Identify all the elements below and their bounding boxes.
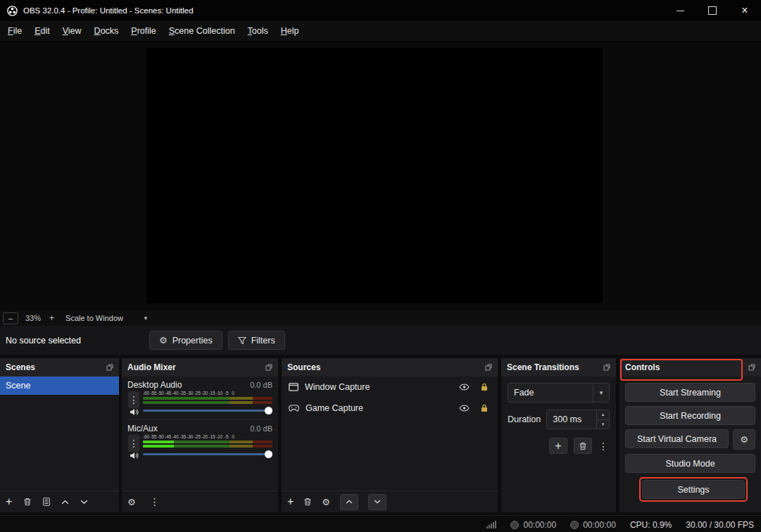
network-signal-icon: [486, 521, 496, 528]
scenes-toolbar: +: [0, 490, 119, 512]
menu-docks[interactable]: Docks: [88, 23, 125, 39]
maximize-button[interactable]: [696, 0, 729, 21]
close-icon: ×: [741, 5, 748, 16]
slider-track: [143, 453, 271, 455]
duration-spinbox[interactable]: 300 ms ▲ ▼: [546, 410, 610, 429]
speaker-mute-toggle-icon[interactable]: [130, 408, 139, 416]
settings-button[interactable]: Settings: [642, 480, 745, 499]
move-scene-up-button[interactable]: [61, 500, 69, 505]
lock-icon[interactable]: [481, 383, 488, 391]
source-label: Game Capture: [306, 403, 363, 413]
virtual-camera-settings-button[interactable]: ⚙: [733, 429, 755, 450]
menu-profile[interactable]: Profile: [125, 23, 162, 39]
filters-label: Filters: [251, 336, 275, 346]
duration-value: 300 ms: [547, 414, 596, 424]
chevron-down-icon[interactable]: ▼: [143, 315, 149, 322]
slider-knob[interactable]: [265, 450, 272, 458]
dots-vertical-icon: ⋮: [598, 441, 608, 451]
annotation-settings-highlight: Settings: [639, 477, 748, 502]
slider-knob[interactable]: [265, 407, 272, 414]
source-row-window-capture[interactable]: Window Capture: [282, 376, 498, 398]
visibility-eye-icon[interactable]: [459, 384, 470, 391]
scene-filters-button[interactable]: [43, 498, 50, 506]
menu-scene-collection[interactable]: Scene Collection: [163, 23, 241, 39]
minimize-button[interactable]: [664, 0, 696, 21]
gear-icon: ⚙: [159, 336, 168, 345]
scenes-list: Scene: [0, 376, 119, 490]
chevron-up-icon: [346, 500, 353, 504]
start-recording-button[interactable]: Start Recording: [625, 406, 755, 425]
move-scene-down-button[interactable]: [80, 500, 88, 505]
spin-up-button[interactable]: ▲: [597, 410, 609, 420]
source-properties-button[interactable]: ⚙: [322, 498, 330, 507]
chevron-down-icon[interactable]: ▼: [593, 384, 609, 402]
preview-zoom-bar: – 33% + Scale to Window ▼: [0, 310, 761, 326]
menu-tools[interactable]: Tools: [241, 23, 275, 39]
speaker-mute-toggle-icon[interactable]: [130, 452, 139, 460]
dock-popout-icon[interactable]: [603, 364, 610, 371]
cpu-usage: CPU: 0.9%: [630, 520, 672, 530]
channel-menu-button[interactable]: ⋮: [128, 435, 139, 452]
chevron-down-icon: [374, 500, 381, 504]
menu-file[interactable]: File: [1, 23, 28, 39]
streaming-time: 00:00:00: [583, 520, 616, 530]
studio-mode-button[interactable]: Studio Mode: [625, 454, 755, 473]
start-streaming-button[interactable]: Start Streaming: [625, 383, 755, 402]
channel-name: Mic/Aux: [127, 424, 158, 433]
properties-button[interactable]: ⚙ Properties: [149, 331, 222, 350]
add-scene-button[interactable]: +: [6, 496, 12, 507]
volume-slider[interactable]: [143, 406, 272, 416]
transition-select[interactable]: Fade ▼: [508, 383, 610, 403]
obs-logo-icon: [7, 6, 18, 16]
source-row-game-capture[interactable]: Game Capture: [282, 398, 498, 419]
trash-icon: [303, 498, 312, 506]
dock-popout-icon[interactable]: [485, 364, 492, 371]
filters-button[interactable]: Filters: [228, 331, 285, 350]
gamepad-icon: [289, 405, 299, 412]
zoom-in-button[interactable]: +: [49, 313, 54, 323]
sources-dock-header: Sources: [282, 358, 498, 376]
recording-status: 00:00:00: [510, 520, 556, 530]
transition-actions: + ⋮: [508, 438, 610, 454]
funnel-icon: [238, 336, 246, 345]
dock-popout-icon[interactable]: [748, 364, 755, 371]
spin-down-button[interactable]: ▼: [597, 420, 609, 429]
zoom-out-button[interactable]: –: [3, 312, 18, 324]
dots-vertical-icon: ⋮: [150, 497, 160, 507]
menu-help[interactable]: Help: [275, 23, 306, 39]
volume-slider[interactable]: [143, 450, 272, 460]
visibility-eye-icon[interactable]: [459, 405, 470, 412]
volume-meter-left: [143, 397, 272, 400]
channel-volume-db: 0.0 dB: [250, 424, 272, 433]
source-status-text: No source selected: [6, 336, 81, 346]
transition-properties-button[interactable]: ⋮: [598, 441, 608, 451]
add-transition-button[interactable]: +: [549, 438, 567, 454]
advanced-audio-properties-button[interactable]: ⚙: [127, 498, 136, 507]
mixer-channel-desktop-audio: Desktop Audio 0.0 dB ⋮ -60 -55 -50 -45 -…: [127, 380, 272, 419]
start-virtual-camera-button[interactable]: Start Virtual Camera: [625, 429, 729, 448]
menu-view[interactable]: View: [56, 23, 88, 39]
sources-toolbar: + ⚙: [282, 490, 498, 512]
menu-bar: File Edit View Docks Profile Scene Colle…: [0, 21, 761, 42]
menu-edit[interactable]: Edit: [28, 23, 56, 39]
move-source-down-button[interactable]: [368, 494, 386, 510]
channel-menu-button[interactable]: ⋮: [128, 391, 139, 408]
recording-time: 00:00:00: [523, 520, 556, 530]
close-button[interactable]: ×: [729, 0, 761, 21]
dock-popout-icon[interactable]: [106, 364, 113, 371]
window-capture-icon: [289, 383, 298, 391]
dock-popout-icon[interactable]: [265, 364, 272, 371]
remove-scene-button[interactable]: [23, 498, 32, 506]
scene-list-item[interactable]: Scene: [0, 376, 119, 395]
controls-title: Controls: [625, 362, 660, 372]
remove-source-button[interactable]: [303, 498, 312, 506]
mixer-menu-button[interactable]: ⋮: [150, 497, 160, 507]
meter-scale-ticks: -60 -55 -50 -45 -40 -35 -30 -25 -20 -15 …: [143, 434, 272, 441]
preview-canvas[interactable]: [146, 48, 603, 303]
scale-mode-label[interactable]: Scale to Window: [65, 314, 123, 322]
remove-transition-button[interactable]: [574, 438, 592, 454]
gear-icon: ⚙: [740, 435, 748, 444]
lock-icon[interactable]: [481, 404, 488, 412]
move-source-up-button[interactable]: [340, 494, 358, 510]
add-source-button[interactable]: +: [287, 496, 294, 507]
